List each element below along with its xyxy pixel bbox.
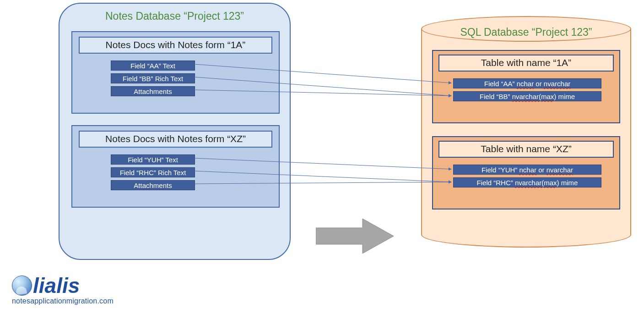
notes-database-title: Notes Database “Project 123”	[60, 10, 290, 22]
notes-field-xz-attachments: Attachments	[111, 180, 195, 190]
sql-table-panel-xz: Table with name “XZ” Field “YUH” nchar o…	[432, 136, 620, 209]
notes-field-1a-bb: Field “BB” Rich Text	[111, 73, 195, 83]
notes-form-heading-1a: Notes Docs with Notes form “1A”	[79, 37, 272, 54]
sql-database-title: SQL Database “Project 123”	[421, 26, 631, 39]
migration-arrow-icon	[316, 219, 394, 253]
brand-logo: lialis notesapplicationmigration.com	[12, 275, 114, 305]
svg-marker-0	[316, 219, 394, 253]
sql-table-panel-1a: Table with name “1A” Field “AA” nchar or…	[432, 50, 620, 123]
sql-database-cylinder: SQL Database “Project 123” Table with na…	[421, 16, 631, 248]
notes-field-1a-aa: Field “AA” Text	[111, 61, 195, 71]
sql-table-heading-xz: Table with name “XZ”	[438, 141, 614, 158]
notes-database-container: Notes Database “Project 123” Notes Docs …	[59, 3, 291, 260]
sql-field-xz-rhc: Field “RHC” nvarchar(max) mime	[453, 177, 601, 187]
sql-field-xz-yuh: Field “YUH” nchar or nvarchar	[453, 165, 601, 175]
notes-field-xz-yuh: Field “YUH” Text	[111, 154, 195, 165]
sql-field-1a-aa: Field “AA” nchar or nvarchar	[453, 78, 601, 88]
sql-field-1a-bb: Field “BB” nvarchar(max) mime	[453, 91, 601, 101]
sql-table-heading-1a: Table with name “1A”	[438, 55, 614, 72]
notes-form-heading-xz: Notes Docs with Notes form “XZ”	[79, 131, 272, 148]
notes-field-xz-rhc: Field “RHC” Rich Text	[111, 167, 195, 177]
diagram-stage: Notes Database “Project 123” Notes Docs …	[0, 0, 644, 325]
brand-subtitle: notesapplicationmigration.com	[12, 297, 114, 305]
notes-form-panel-1a: Notes Docs with Notes form “1A” Field “A…	[71, 31, 280, 114]
notes-field-1a-attachments: Attachments	[111, 86, 195, 96]
brand-name: lialis	[33, 275, 80, 296]
globe-icon	[12, 275, 32, 296]
notes-form-panel-xz: Notes Docs with Notes form “XZ” Field “Y…	[71, 125, 280, 208]
